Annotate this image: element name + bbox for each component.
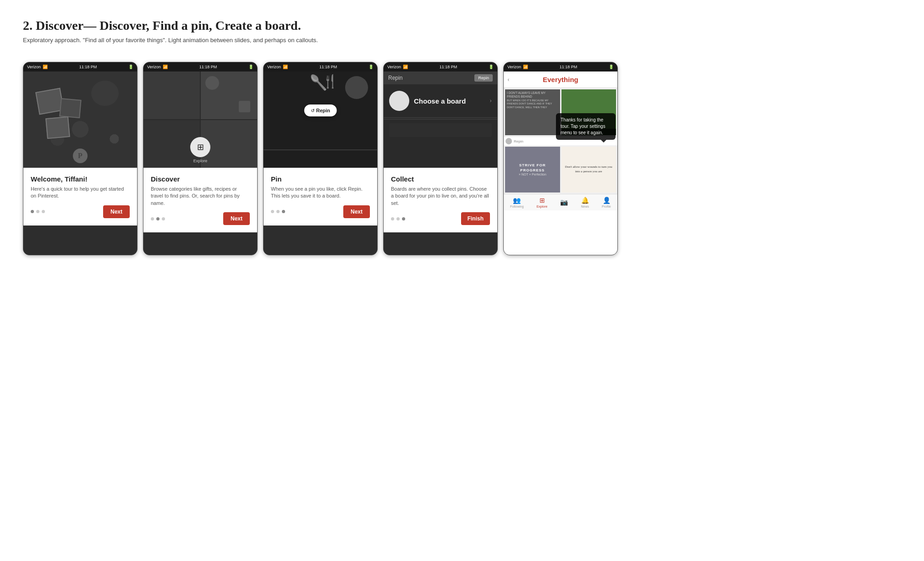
carrier-text2: Verizon (147, 65, 161, 69)
screen2-frame: Verizon 📶 11:18 PM 🔋 (143, 62, 258, 255)
screen5-topbar: ‹ Everything (504, 72, 617, 88)
wifi-icon2: 📶 (163, 65, 168, 69)
screen2-card-footer: Next (151, 212, 250, 225)
polaroid-2 (59, 98, 81, 118)
screen4-finish-button[interactable]: Finish (461, 212, 490, 225)
screen2-dots (151, 217, 165, 220)
screen1-card-title: Welcome, Tiffani! (31, 175, 130, 183)
dot-s3-1 (271, 210, 274, 213)
feed-item-3[interactable]: STRIVE FORPROGRESS × NOT × Perfection (505, 147, 560, 192)
screen1-background: P (23, 72, 137, 168)
explore-label: Explore (190, 159, 210, 163)
screen4-card: Collect Boards are where you collect pin… (384, 168, 497, 232)
dot-s3-2 (276, 210, 280, 213)
dot-1 (31, 210, 34, 213)
following-label: Following (510, 205, 524, 208)
dot-s2-3 (162, 217, 165, 220)
screen3-dots (271, 210, 285, 213)
camera-icon: 📷 (560, 198, 568, 206)
choose-board-label: Choose a board (414, 97, 466, 105)
back-button[interactable]: ‹ (507, 76, 510, 83)
screen1-content: P Welcome, Tiffani! Here's a quick tour … (23, 72, 137, 255)
empty-slot-1 (389, 123, 492, 137)
screen5-content: ‹ Everything I DON'T ALWAYS LEAVE MY FRI… (504, 72, 617, 255)
repin-bubble[interactable]: ↺ Repin (304, 104, 337, 116)
battery-icon3: 🔋 (368, 65, 374, 69)
page-title: 2. Discover— Discover, Find a pin, Creat… (23, 18, 901, 33)
battery-icon4: 🔋 (489, 65, 494, 69)
screen1-card-footer: Next (31, 205, 130, 218)
dot-s4-1 (391, 217, 394, 220)
repin-small-text: Repin (514, 139, 523, 143)
dark-image: 🥄 🍴 ↺ Repin (264, 72, 377, 149)
carrier-text4: Verizon (387, 65, 401, 69)
feed-item-4[interactable]: Don't allow your wounds to turn you into… (561, 147, 616, 192)
nav-item-following[interactable]: 👥 Following (510, 197, 524, 208)
dot-3 (42, 210, 45, 213)
screen4-dots (391, 217, 405, 220)
screen4-card-footer: Finish (391, 212, 490, 225)
grid-cell-1 (143, 72, 200, 119)
tooltip-bubble: Thanks for taking the tour. Tap your set… (556, 113, 616, 140)
screen1-card-text: Here's a quick tour to help you get star… (31, 186, 130, 200)
dot-2 (36, 210, 39, 213)
plate-circle (345, 76, 368, 99)
board-thumbnail (389, 91, 409, 111)
carrier-text: Verizon (27, 65, 41, 69)
fork-silhouette: 🍴 (322, 74, 338, 89)
nav-item-news[interactable]: 🔔 News (581, 197, 589, 208)
battery-icon: 🔋 (128, 65, 133, 69)
screen3-background: 🥄 🍴 ↺ Repin (264, 72, 377, 168)
screen4-card-title: Collect (391, 175, 490, 183)
time-display: 11:18 PM (79, 65, 97, 69)
explore-icon: ⊞ (197, 142, 204, 152)
screen1-statusbar: Verizon 📶 11:18 PM 🔋 (23, 62, 137, 72)
screen2-next-button[interactable]: Next (223, 212, 250, 225)
carrier-text5: Verizon (507, 65, 521, 69)
feed-area: I DON'T ALWAYS LEAVE MY FRIENDS BEHINDBU… (504, 88, 617, 194)
screen5-frame: Verizon 📶 11:18 PM 🔋 ‹ Everything I DON'… (503, 62, 618, 255)
choose-board-left: Choose a board (389, 91, 466, 111)
nav-item-profile[interactable]: 👤 Profile (602, 197, 611, 208)
screen3-card-title: Pin (271, 175, 370, 183)
screen3-next-button[interactable]: Next (343, 205, 370, 218)
nav-item-camera[interactable]: 📷 (560, 198, 568, 207)
grid-cell-2 (201, 72, 257, 119)
repin-bubble-icon: ↺ (311, 108, 314, 113)
dot-s3-3 (282, 210, 285, 213)
feed-item-1[interactable]: I DON'T ALWAYS LEAVE MY FRIENDS BEHINDBU… (505, 89, 560, 135)
chevron-right-icon: › (490, 97, 492, 104)
pinterest-logo: P (73, 148, 88, 163)
dot-s4-2 (396, 217, 400, 220)
screen2-statusbar: Verizon 📶 11:18 PM 🔋 (143, 62, 257, 72)
screen1-next-button[interactable]: Next (103, 205, 130, 218)
screen1-dots (31, 210, 45, 213)
explore-button-container[interactable]: ⊞ Explore (190, 137, 210, 163)
time-display4: 11:18 PM (440, 65, 457, 69)
bottom-nav: 👥 Following ⊞ Explore 📷 🔔 News 👤 (504, 194, 617, 210)
dot-s2-2 (156, 217, 160, 220)
nav-item-explore[interactable]: ⊞ Explore (537, 197, 548, 208)
screen4-statusbar: Verizon 📶 11:18 PM 🔋 (384, 62, 497, 72)
explore-label: Explore (537, 205, 548, 208)
screen1-card: Welcome, Tiffani! Here's a quick tour to… (23, 168, 137, 226)
circle-deco (91, 81, 119, 106)
screen4-card-text: Boards are where you collect pins. Choos… (391, 186, 490, 207)
dot-s2-1 (151, 217, 154, 220)
screens-container: Verizon 📶 11:18 PM 🔋 P Welcome, Tiffani!… (23, 62, 901, 255)
choose-board-row[interactable]: Choose a board › (384, 84, 497, 118)
profile-label: Profile (602, 205, 611, 208)
screen3-frame: Verizon 📶 11:18 PM 🔋 🥄 🍴 ↺ Repin (263, 62, 378, 255)
screen4-background: Repin Repin Choose a board › (384, 72, 497, 168)
screen3-card-footer: Next (271, 205, 370, 218)
screen3-content: 🥄 🍴 ↺ Repin Pin When you see a pin you l… (264, 72, 377, 255)
wifi-icon4: 📶 (403, 65, 408, 69)
screen2-background: ⊞ Explore (143, 72, 257, 168)
time-display3: 11:18 PM (319, 65, 337, 69)
lower-masonry-grid: STRIVE FORPROGRESS × NOT × Perfection Do… (504, 145, 617, 194)
feed-item-3-content: STRIVE FORPROGRESS × NOT × Perfection (516, 160, 549, 179)
repin-header-button[interactable]: Repin (474, 74, 493, 82)
time-display5: 11:18 PM (560, 65, 578, 69)
news-icon: 🔔 (581, 197, 589, 204)
screen2-card-title: Discover (151, 175, 250, 183)
